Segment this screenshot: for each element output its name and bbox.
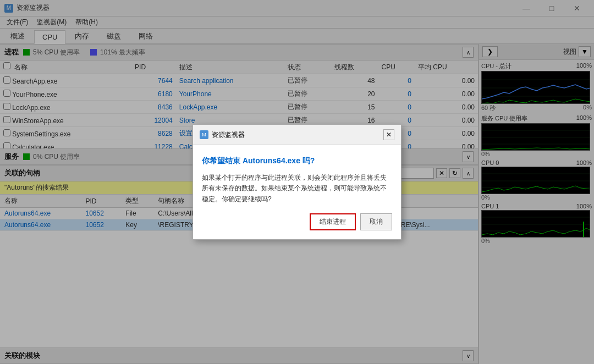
end-process-button[interactable]: 结束进程	[310, 213, 356, 230]
modal-overlay: M 资源监视器 ✕ 你希望结束 Autoruns64.exe 吗? 如果某个打开…	[0, 0, 594, 364]
modal-title: 资源监视器	[212, 130, 245, 140]
modal-titlebar-left: M 资源监视器	[200, 130, 245, 140]
modal-body: 你希望结束 Autoruns64.exe 吗? 如果某个打开的程序与此进程关联，…	[193, 145, 401, 239]
modal-question: 你希望结束 Autoruns64.exe 吗?	[202, 156, 392, 166]
modal-titlebar: M 资源监视器 ✕	[193, 125, 401, 145]
modal-buttons: 结束进程 取消	[202, 213, 392, 230]
modal-dialog: M 资源监视器 ✕ 你希望结束 Autoruns64.exe 吗? 如果某个打开…	[193, 124, 402, 240]
modal-text: 如果某个打开的程序与此进程关联，则会关闭此程序并且将丢失所有未保存的数据。如果结…	[202, 173, 392, 205]
modal-icon: M	[200, 130, 208, 139]
modal-close-btn[interactable]: ✕	[383, 129, 394, 140]
cancel-button[interactable]: 取消	[360, 213, 392, 230]
